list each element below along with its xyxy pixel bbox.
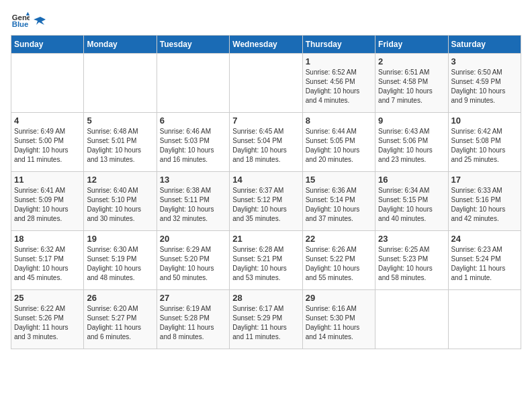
day-number: 16 (378, 175, 445, 185)
day-info: Sunrise: 6:51 AM Sunset: 4:58 PM Dayligh… (378, 68, 445, 105)
day-info: Sunrise: 6:22 AM Sunset: 5:26 PM Dayligh… (14, 304, 81, 342)
day-number: 2 (378, 56, 445, 66)
day-info: Sunrise: 6:48 AM Sunset: 5:01 PM Dayligh… (87, 127, 153, 165)
day-number: 17 (451, 175, 518, 185)
calendar-cell: 15Sunrise: 6:36 AM Sunset: 5:14 PM Dayli… (302, 172, 375, 231)
day-number: 25 (14, 293, 81, 303)
calendar-cell: 17Sunrise: 6:33 AM Sunset: 5:16 PM Dayli… (448, 172, 521, 231)
day-info: Sunrise: 6:52 AM Sunset: 4:56 PM Dayligh… (306, 68, 372, 105)
calendar-cell: 5Sunrise: 6:48 AM Sunset: 5:01 PM Daylig… (84, 113, 157, 172)
day-info: Sunrise: 6:19 AM Sunset: 5:28 PM Dayligh… (160, 304, 226, 342)
col-header-monday: Monday (84, 36, 157, 54)
day-info: Sunrise: 6:23 AM Sunset: 5:24 PM Dayligh… (451, 245, 518, 283)
logo: General Blue (11, 11, 46, 30)
calendar-cell: 22Sunrise: 6:26 AM Sunset: 5:22 PM Dayli… (302, 231, 375, 290)
day-number: 6 (160, 116, 226, 126)
svg-text:Blue: Blue (12, 20, 29, 28)
day-number: 7 (232, 116, 299, 126)
logo-icon: General Blue (11, 11, 30, 30)
day-info: Sunrise: 6:44 AM Sunset: 5:05 PM Dayligh… (306, 127, 372, 165)
day-number: 18 (14, 234, 81, 244)
calendar-cell: 16Sunrise: 6:34 AM Sunset: 5:15 PM Dayli… (375, 172, 448, 231)
calendar-cell: 23Sunrise: 6:25 AM Sunset: 5:23 PM Dayli… (375, 231, 448, 290)
day-info: Sunrise: 6:36 AM Sunset: 5:14 PM Dayligh… (306, 186, 372, 224)
day-info: Sunrise: 6:33 AM Sunset: 5:16 PM Dayligh… (451, 186, 518, 224)
day-number: 10 (451, 116, 518, 126)
day-info: Sunrise: 6:30 AM Sunset: 5:19 PM Dayligh… (87, 245, 153, 283)
day-number: 23 (378, 234, 445, 244)
logo-bird-icon (34, 15, 46, 28)
day-info: Sunrise: 6:29 AM Sunset: 5:20 PM Dayligh… (160, 245, 226, 283)
day-number: 5 (87, 116, 153, 126)
calendar-cell: 18Sunrise: 6:32 AM Sunset: 5:17 PM Dayli… (11, 231, 84, 290)
calendar-cell: 12Sunrise: 6:40 AM Sunset: 5:10 PM Dayli… (84, 172, 157, 231)
day-number: 13 (160, 175, 226, 185)
header: General Blue (11, 11, 521, 30)
calendar-cell: 4Sunrise: 6:49 AM Sunset: 5:00 PM Daylig… (11, 113, 84, 172)
calendar-cell: 27Sunrise: 6:19 AM Sunset: 5:28 PM Dayli… (157, 290, 229, 349)
calendar-cell: 7Sunrise: 6:45 AM Sunset: 5:04 PM Daylig… (230, 113, 302, 172)
calendar-cell: 9Sunrise: 6:43 AM Sunset: 5:06 PM Daylig… (375, 113, 448, 172)
calendar-cell (448, 290, 521, 349)
calendar-cell: 10Sunrise: 6:42 AM Sunset: 5:08 PM Dayli… (448, 113, 521, 172)
day-number: 22 (306, 234, 372, 244)
day-info: Sunrise: 6:26 AM Sunset: 5:22 PM Dayligh… (306, 245, 372, 283)
day-number: 19 (87, 234, 153, 244)
day-info: Sunrise: 6:28 AM Sunset: 5:21 PM Dayligh… (232, 245, 299, 283)
day-number: 20 (160, 234, 226, 244)
day-info: Sunrise: 6:40 AM Sunset: 5:10 PM Dayligh… (87, 186, 153, 224)
day-number: 8 (306, 116, 372, 126)
day-info: Sunrise: 6:16 AM Sunset: 5:30 PM Dayligh… (306, 304, 372, 342)
calendar-cell (157, 54, 229, 113)
day-number: 26 (87, 293, 153, 303)
day-info: Sunrise: 6:37 AM Sunset: 5:12 PM Dayligh… (232, 186, 299, 224)
day-number: 15 (306, 175, 372, 185)
day-info: Sunrise: 6:41 AM Sunset: 5:09 PM Dayligh… (14, 186, 81, 224)
col-header-tuesday: Tuesday (157, 36, 229, 54)
day-info: Sunrise: 6:49 AM Sunset: 5:00 PM Dayligh… (14, 127, 81, 165)
calendar-cell: 28Sunrise: 6:17 AM Sunset: 5:29 PM Dayli… (230, 290, 302, 349)
calendar-table: SundayMondayTuesdayWednesdayThursdayFrid… (11, 35, 521, 349)
day-info: Sunrise: 6:20 AM Sunset: 5:27 PM Dayligh… (87, 304, 153, 342)
calendar-cell: 11Sunrise: 6:41 AM Sunset: 5:09 PM Dayli… (11, 172, 84, 231)
day-number: 27 (160, 293, 226, 303)
calendar-cell (230, 54, 302, 113)
col-header-friday: Friday (375, 36, 448, 54)
calendar-cell (84, 54, 157, 113)
day-number: 3 (451, 56, 518, 66)
day-info: Sunrise: 6:42 AM Sunset: 5:08 PM Dayligh… (451, 127, 518, 165)
day-number: 9 (378, 116, 445, 126)
col-header-saturday: Saturday (448, 36, 521, 54)
day-info: Sunrise: 6:34 AM Sunset: 5:15 PM Dayligh… (378, 186, 445, 224)
day-number: 4 (14, 116, 81, 126)
calendar-cell: 24Sunrise: 6:23 AM Sunset: 5:24 PM Dayli… (448, 231, 521, 290)
svg-marker-3 (34, 17, 46, 25)
col-header-wednesday: Wednesday (230, 36, 302, 54)
col-header-thursday: Thursday (302, 36, 375, 54)
calendar-cell: 25Sunrise: 6:22 AM Sunset: 5:26 PM Dayli… (11, 290, 84, 349)
day-info: Sunrise: 6:46 AM Sunset: 5:03 PM Dayligh… (160, 127, 226, 165)
calendar-cell: 29Sunrise: 6:16 AM Sunset: 5:30 PM Dayli… (302, 290, 375, 349)
day-number: 29 (306, 293, 372, 303)
day-number: 1 (306, 56, 372, 66)
calendar-cell: 13Sunrise: 6:38 AM Sunset: 5:11 PM Dayli… (157, 172, 229, 231)
calendar-cell (11, 54, 84, 113)
calendar-cell: 1Sunrise: 6:52 AM Sunset: 4:56 PM Daylig… (302, 54, 375, 113)
calendar-cell: 21Sunrise: 6:28 AM Sunset: 5:21 PM Dayli… (230, 231, 302, 290)
day-info: Sunrise: 6:38 AM Sunset: 5:11 PM Dayligh… (160, 186, 226, 224)
day-number: 12 (87, 175, 153, 185)
calendar-cell: 2Sunrise: 6:51 AM Sunset: 4:58 PM Daylig… (375, 54, 448, 113)
day-info: Sunrise: 6:50 AM Sunset: 4:59 PM Dayligh… (451, 68, 518, 105)
calendar-cell: 3Sunrise: 6:50 AM Sunset: 4:59 PM Daylig… (448, 54, 521, 113)
calendar-cell: 14Sunrise: 6:37 AM Sunset: 5:12 PM Dayli… (230, 172, 302, 231)
calendar-cell (375, 290, 448, 349)
day-info: Sunrise: 6:25 AM Sunset: 5:23 PM Dayligh… (378, 245, 445, 283)
col-header-sunday: Sunday (11, 36, 84, 54)
day-info: Sunrise: 6:17 AM Sunset: 5:29 PM Dayligh… (232, 304, 299, 342)
calendar-cell: 20Sunrise: 6:29 AM Sunset: 5:20 PM Dayli… (157, 231, 229, 290)
day-info: Sunrise: 6:45 AM Sunset: 5:04 PM Dayligh… (232, 127, 299, 165)
day-info: Sunrise: 6:32 AM Sunset: 5:17 PM Dayligh… (14, 245, 81, 283)
day-number: 11 (14, 175, 81, 185)
day-number: 14 (232, 175, 299, 185)
calendar-cell: 26Sunrise: 6:20 AM Sunset: 5:27 PM Dayli… (84, 290, 157, 349)
